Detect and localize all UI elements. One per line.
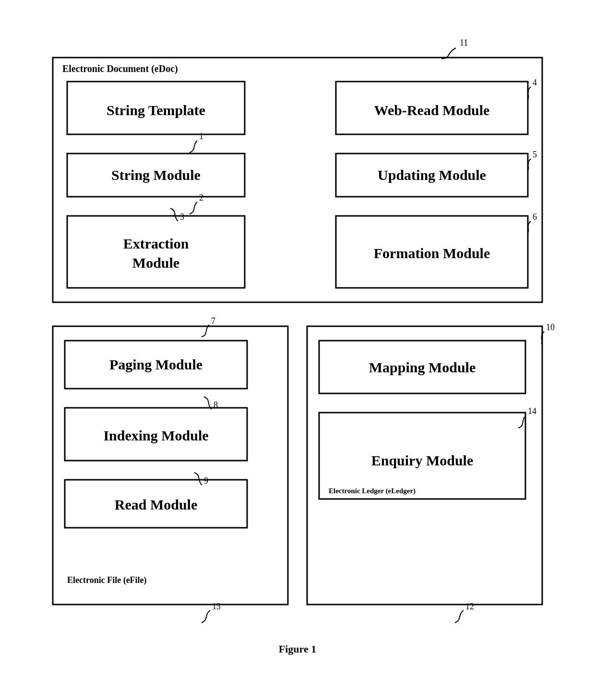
ref-12: 12	[465, 602, 474, 611]
ref-3: 3	[180, 212, 184, 222]
ref-1: 1	[199, 131, 203, 141]
string-module-label: String Module	[111, 167, 201, 183]
main-diagram: Electronic Document (eDoc) 11 String Tem…	[34, 19, 561, 667]
efile-label: Electronic File (eFile)	[67, 575, 147, 585]
ref-8: 8	[214, 400, 218, 410]
ref-7: 7	[211, 316, 215, 326]
indexing-module-label: Indexing Module	[103, 427, 208, 443]
paging-module-label: Paging Module	[109, 356, 202, 372]
ref-6: 6	[533, 212, 537, 222]
ref-10: 10	[546, 322, 555, 332]
eledger-label-inner: Electronic Ledger (eLedger)	[329, 487, 416, 495]
ref-5: 5	[533, 150, 537, 159]
ref-13: 13	[212, 602, 221, 611]
extraction-module-label-2: Module	[132, 255, 179, 271]
mapping-module-label: Mapping Module	[369, 359, 476, 375]
ref-4: 4	[533, 78, 537, 87]
svg-rect-3	[67, 216, 245, 288]
ref-2: 2	[199, 193, 203, 202]
figure-caption: Figure 1	[279, 643, 316, 655]
enquiry-module-label: Enquiry Module	[371, 452, 474, 468]
diagram-container: Electronic Document (eDoc) 11 String Tem…	[29, 19, 566, 667]
extraction-module-label-1: Extraction	[123, 236, 189, 251]
string-template-label: String Template	[107, 102, 205, 118]
updating-module-label: Updating Module	[378, 167, 486, 183]
ref-11: 11	[460, 38, 468, 47]
ref-9: 9	[204, 476, 208, 486]
edoc-label: Electronic Document (eDoc)	[62, 63, 178, 74]
ref-14: 14	[528, 406, 536, 416]
formation-module-label: Formation Module	[374, 245, 490, 261]
webread-module-label: Web-Read Module	[374, 102, 490, 118]
read-module-label: Read Module	[115, 497, 198, 512]
